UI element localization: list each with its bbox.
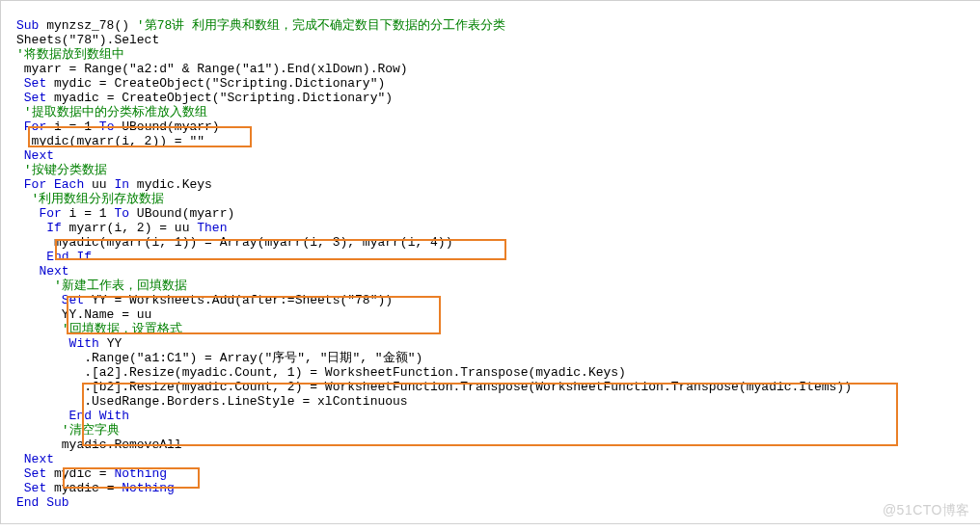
code-line: Set YY = Worksheets.Add(after:=Sheets("7… [16, 293, 393, 307]
code-line: myadic.RemoveAll [16, 438, 182, 452]
code-line: Set mydic = Nothing [16, 466, 167, 481]
code-line: .Range("a1:C1") = Array("序号", "日期", "金额"… [16, 351, 422, 365]
code-line: For i = 1 To UBound(myarr) [16, 206, 234, 221]
code-line: Set myadic = Nothing [16, 481, 175, 495]
code-line: myadic(myarr(i, 1)) = Array(myarr(i, 3),… [16, 235, 452, 250]
comment: '利用数组分别存放数据 [16, 192, 164, 206]
code-line: Set mydic = CreateObject("Scripting.Dict… [16, 76, 385, 91]
code-line: With YY [16, 336, 122, 351]
comment: '提取数据中的分类标准放入数组 [16, 105, 207, 119]
code-line: myarr = Range("a2:d" & Range("a1").End(x… [16, 62, 408, 76]
code-line: Sub mynzsz_78() '第78讲 利用字典和数组，完成不确定数目下数据… [16, 18, 505, 33]
comment: '第78讲 利用字典和数组，完成不确定数目下数据的分工作表分类 [137, 18, 505, 33]
code-line: .[b2].Resize(myadic.Count, 2) = Workshee… [16, 380, 852, 394]
keyword-sub: Sub [16, 18, 39, 33]
code-line: End With [16, 409, 129, 423]
comment: '新建工作表，回填数据 [16, 279, 187, 293]
code-line: .[a2].Resize(myadic.Count, 1) = Workshee… [16, 365, 626, 380]
comment: '清空字典 [16, 423, 120, 438]
comment: '将数据放到数组中 [16, 47, 124, 62]
code-line: Next [16, 264, 69, 279]
code-line: Next [16, 452, 54, 466]
code-line: Next [16, 148, 54, 163]
comment: '按键分类数据 [16, 163, 107, 177]
code-editor-pane: Sub mynzsz_78() '第78讲 利用字典和数组，完成不确定数目下数据… [0, 0, 980, 524]
code-line: If myarr(i, 2) = uu Then [16, 221, 227, 235]
code-line: Sheets("78").Select [16, 33, 159, 47]
comment: '回填数据，设置格式 [16, 322, 182, 336]
code-line: For i = 1 To UBound(myarr) [16, 119, 220, 134]
code-line: For Each uu In mydic.Keys [16, 177, 212, 192]
code-line: Set myadic = CreateObject("Scripting.Dic… [16, 91, 393, 105]
code-line: End Sub [16, 495, 69, 510]
code-line: End If [16, 250, 92, 264]
code-line: .UsedRange.Borders.LineStyle = xlContinu… [16, 394, 408, 409]
code-line: YY.Name = uu [16, 307, 151, 322]
code-line: mydic(myarr(i, 2)) = "" [16, 134, 204, 148]
watermark: @51CTO博客 [883, 503, 970, 518]
